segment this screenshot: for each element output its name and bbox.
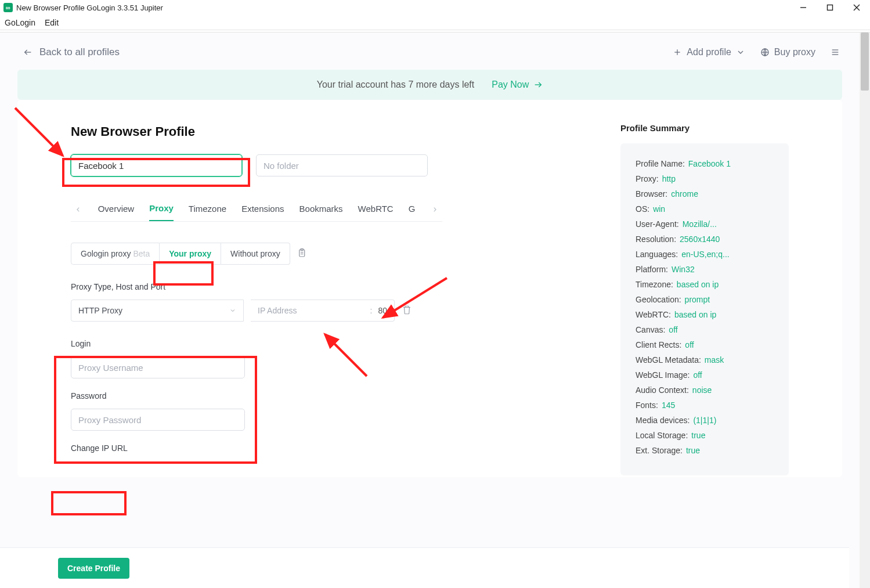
summary-row: WebRTC:based on ip (636, 307, 774, 322)
summary-key: Platform: (636, 265, 668, 274)
trial-banner: Your trial account has 7 more days left … (17, 70, 842, 100)
tab-extensions[interactable]: Extensions (241, 198, 284, 221)
seg-without-proxy[interactable]: Without proxy (221, 243, 290, 265)
summary-value: (1|1|1) (693, 416, 716, 425)
back-to-profiles-link[interactable]: Back to all profiles (23, 46, 120, 58)
tab-bookmarks[interactable]: Bookmarks (299, 198, 343, 221)
clear-proxy-button[interactable] (402, 305, 412, 317)
ip-port-field[interactable]: IP Address : 80 (251, 300, 395, 322)
summary-key: Audio Context: (636, 385, 689, 395)
summary-value: en-US,en;q... (681, 250, 730, 259)
summary-key: WebGL Image: (636, 370, 689, 380)
seg-gologin-proxy[interactable]: Gologin proxy Beta (71, 243, 160, 265)
scrollbar-thumb[interactable] (861, 33, 869, 91)
summary-value: 2560x1440 (680, 235, 720, 244)
globe-icon (760, 48, 770, 57)
summary-key: Resolution: (636, 235, 676, 244)
ip-address-placeholder: IP Address (258, 306, 364, 315)
folder-select[interactable] (256, 154, 428, 176)
app-badge: ∞ (3, 3, 13, 12)
summary-value: 145 (662, 401, 675, 410)
trial-text: Your trial account has 7 more days left (317, 80, 475, 90)
summary-key: Media devices: (636, 416, 689, 425)
summary-row: Profile Name:Facebook 1 (636, 156, 774, 171)
summary-value: win (653, 204, 665, 214)
summary-row: Geolocation:prompt (636, 292, 774, 307)
ip-port-separator: : (370, 306, 373, 315)
summary-row: Languages:en-US,en;q... (636, 247, 774, 262)
profile-name-input[interactable] (71, 154, 242, 176)
chevron-down-icon (229, 307, 236, 314)
summary-row: Ext. Storage:true (636, 443, 774, 458)
tab-more[interactable]: G (409, 198, 416, 221)
create-profile-button[interactable]: Create Profile (58, 558, 129, 579)
chevron-right-icon (432, 207, 438, 212)
arrow-left-icon (23, 48, 33, 57)
change-ip-url-label: Change IP URL (71, 443, 442, 453)
summary-value: chrome (671, 189, 698, 199)
summary-key: WebGL Metadata: (636, 355, 701, 365)
pay-now-label: Pay Now (492, 80, 529, 90)
tabs-prev-button[interactable] (74, 204, 83, 214)
tabs-next-button[interactable] (430, 204, 439, 214)
menu-bar: GoLogin Edit (0, 15, 870, 30)
add-profile-button[interactable]: Add profile (673, 47, 745, 57)
paste-proxy-button[interactable] (297, 248, 308, 260)
proxy-username-input[interactable] (71, 356, 245, 378)
summary-value: noise (692, 385, 712, 395)
buy-proxy-button[interactable]: Buy proxy (760, 47, 815, 57)
port-value: 80 (378, 306, 387, 315)
tab-proxy[interactable]: Proxy (149, 197, 174, 221)
summary-row: WebGL Metadata:mask (636, 352, 774, 367)
proxy-type-select[interactable]: HTTP Proxy (71, 300, 244, 322)
hamburger-menu-button[interactable] (831, 48, 840, 57)
tab-overview[interactable]: Overview (98, 198, 135, 221)
summary-value: Win32 (672, 265, 695, 274)
summary-value: based on ip (674, 310, 716, 319)
summary-key: Canvas: (636, 325, 665, 334)
summary-value: http (662, 174, 676, 183)
profile-tabs: Overview Proxy Timezone Extensions Bookm… (71, 197, 442, 222)
summary-row: Browser:chrome (636, 186, 774, 201)
pay-now-link[interactable]: Pay Now (492, 80, 543, 90)
plus-icon (673, 48, 682, 57)
summary-row: Resolution:2560x1440 (636, 232, 774, 247)
proxy-type-value: HTTP Proxy (78, 306, 122, 315)
summary-key: Browser: (636, 189, 667, 199)
window-maximize-button[interactable] (817, 0, 843, 15)
summary-key: Local Storage: (636, 431, 688, 440)
window-minimize-button[interactable] (790, 0, 817, 15)
seg-your-proxy[interactable]: Your proxy (160, 243, 221, 265)
summary-row: Media devices:(1|1|1) (636, 413, 774, 428)
menu-gologin[interactable]: GoLogin (5, 18, 35, 27)
profile-summary-title: Profile Summary (620, 123, 789, 133)
back-to-profiles-label: Back to all profiles (39, 46, 120, 58)
summary-value: off (685, 340, 694, 349)
arrow-right-icon (533, 80, 543, 89)
summary-key: Ext. Storage: (636, 446, 683, 455)
title-bar: ∞ New Browser Profile GoLogin 3.3.51 Jup… (0, 0, 870, 15)
menu-edit[interactable]: Edit (45, 18, 59, 27)
window-close-button[interactable] (843, 0, 870, 15)
proxy-mode-segment: Gologin proxy Beta Your proxy Without pr… (71, 243, 290, 265)
seg-your-proxy-label: Your proxy (169, 249, 211, 258)
summary-value: prompt (685, 295, 710, 304)
summary-row: Platform:Win32 (636, 262, 774, 277)
summary-key: Client Rects: (636, 340, 681, 349)
proxy-password-input[interactable] (71, 409, 245, 431)
summary-key: Languages: (636, 250, 678, 259)
summary-row: WebGL Image:off (636, 367, 774, 383)
summary-key: Geolocation: (636, 295, 681, 304)
summary-value: true (686, 446, 700, 455)
password-label: Password (71, 391, 442, 401)
trash-icon (402, 305, 412, 315)
tab-timezone[interactable]: Timezone (189, 198, 226, 221)
seg-without-proxy-label: Without proxy (230, 249, 280, 258)
tab-webrtc[interactable]: WebRTC (358, 198, 394, 221)
summary-key: Proxy: (636, 174, 659, 183)
summary-value: mask (705, 355, 724, 365)
vertical-scrollbar[interactable] (860, 33, 870, 588)
summary-key: User-Agent: (636, 219, 679, 229)
proxy-type-host-port-label: Proxy Type, Host and Port (71, 282, 442, 291)
hamburger-icon (831, 48, 840, 57)
